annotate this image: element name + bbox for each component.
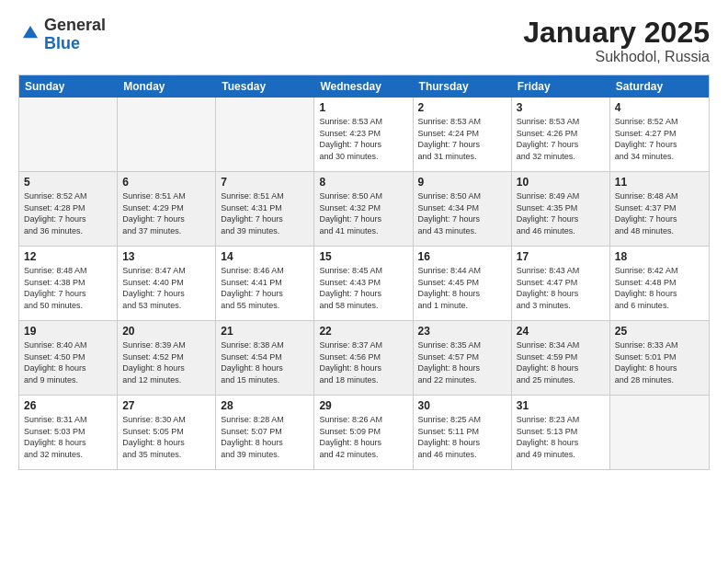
cal-cell	[19, 98, 118, 171]
logo-general: General	[44, 16, 106, 34]
day-number: 3	[517, 101, 605, 114]
day-number: 25	[615, 325, 704, 338]
cell-info: Sunrise: 8:47 AM Sunset: 4:40 PM Dayligh…	[122, 265, 210, 311]
week-row-3: 12Sunrise: 8:48 AM Sunset: 4:38 PM Dayli…	[19, 247, 709, 321]
cell-info: Sunrise: 8:46 AM Sunset: 4:41 PM Dayligh…	[221, 265, 309, 311]
cal-cell: 1Sunrise: 8:53 AM Sunset: 4:23 PM Daylig…	[314, 98, 413, 171]
day-number: 2	[418, 101, 506, 114]
month-title: January 2025	[523, 17, 710, 49]
day-number: 21	[221, 325, 309, 338]
cell-info: Sunrise: 8:51 AM Sunset: 4:29 PM Dayligh…	[122, 190, 210, 236]
cell-info: Sunrise: 8:44 AM Sunset: 4:45 PM Dayligh…	[418, 265, 506, 311]
day-number: 28	[221, 399, 309, 412]
cell-info: Sunrise: 8:45 AM Sunset: 4:43 PM Dayligh…	[319, 265, 407, 311]
location-title: Sukhodol, Russia	[523, 49, 710, 65]
cal-cell: 4Sunrise: 8:52 AM Sunset: 4:27 PM Daylig…	[610, 98, 709, 171]
cell-info: Sunrise: 8:23 AM Sunset: 5:13 PM Dayligh…	[517, 414, 605, 460]
day-number: 20	[122, 325, 210, 338]
cal-cell: 31Sunrise: 8:23 AM Sunset: 5:13 PM Dayli…	[512, 396, 610, 469]
day-number: 8	[319, 176, 407, 189]
cal-cell: 6Sunrise: 8:51 AM Sunset: 4:29 PM Daylig…	[118, 172, 216, 246]
cal-cell: 12Sunrise: 8:48 AM Sunset: 4:38 PM Dayli…	[19, 247, 118, 320]
cal-cell: 2Sunrise: 8:53 AM Sunset: 4:24 PM Daylig…	[414, 98, 512, 171]
cal-cell: 29Sunrise: 8:26 AM Sunset: 5:09 PM Dayli…	[314, 396, 413, 469]
cell-info: Sunrise: 8:38 AM Sunset: 4:54 PM Dayligh…	[221, 339, 309, 385]
day-number: 23	[418, 325, 506, 338]
day-number: 14	[221, 250, 309, 263]
cell-info: Sunrise: 8:39 AM Sunset: 4:52 PM Dayligh…	[122, 339, 210, 385]
cell-info: Sunrise: 8:37 AM Sunset: 4:56 PM Dayligh…	[319, 339, 407, 385]
cal-cell: 24Sunrise: 8:34 AM Sunset: 4:59 PM Dayli…	[512, 321, 610, 395]
day-number: 12	[24, 250, 112, 263]
cal-cell: 13Sunrise: 8:47 AM Sunset: 4:40 PM Dayli…	[118, 247, 216, 320]
cell-info: Sunrise: 8:53 AM Sunset: 4:26 PM Dayligh…	[517, 116, 605, 162]
day-number: 24	[517, 325, 605, 338]
header-day-sunday: Sunday	[19, 75, 118, 98]
header-day-tuesday: Tuesday	[216, 75, 314, 98]
cal-cell: 26Sunrise: 8:31 AM Sunset: 5:03 PM Dayli…	[19, 396, 118, 469]
cal-cell: 11Sunrise: 8:48 AM Sunset: 4:37 PM Dayli…	[610, 172, 709, 246]
cal-cell: 27Sunrise: 8:30 AM Sunset: 5:05 PM Dayli…	[118, 396, 216, 469]
cal-cell: 20Sunrise: 8:39 AM Sunset: 4:52 PM Dayli…	[118, 321, 216, 395]
calendar-body: 1Sunrise: 8:53 AM Sunset: 4:23 PM Daylig…	[19, 98, 709, 469]
cal-cell: 28Sunrise: 8:28 AM Sunset: 5:07 PM Dayli…	[216, 396, 314, 469]
logo-icon	[20, 23, 40, 43]
day-number: 19	[24, 325, 112, 338]
cal-cell: 7Sunrise: 8:51 AM Sunset: 4:31 PM Daylig…	[216, 172, 314, 246]
day-number: 15	[319, 250, 407, 263]
cell-info: Sunrise: 8:49 AM Sunset: 4:35 PM Dayligh…	[517, 190, 605, 236]
day-number: 26	[24, 399, 112, 412]
day-number: 9	[418, 176, 506, 189]
header-day-friday: Friday	[512, 75, 610, 98]
cell-info: Sunrise: 8:48 AM Sunset: 4:37 PM Dayligh…	[615, 190, 704, 236]
cal-cell: 23Sunrise: 8:35 AM Sunset: 4:57 PM Dayli…	[414, 321, 512, 395]
cal-cell: 3Sunrise: 8:53 AM Sunset: 4:26 PM Daylig…	[512, 98, 610, 171]
cell-info: Sunrise: 8:51 AM Sunset: 4:31 PM Dayligh…	[221, 190, 309, 236]
cal-cell: 22Sunrise: 8:37 AM Sunset: 4:56 PM Dayli…	[314, 321, 413, 395]
cal-cell	[118, 98, 216, 171]
cal-cell	[216, 98, 314, 171]
cell-info: Sunrise: 8:42 AM Sunset: 4:48 PM Dayligh…	[615, 265, 704, 311]
title-area: January 2025 Sukhodol, Russia	[523, 17, 710, 65]
calendar: SundayMondayTuesdayWednesdayThursdayFrid…	[18, 75, 710, 470]
cal-cell: 30Sunrise: 8:25 AM Sunset: 5:11 PM Dayli…	[414, 396, 512, 469]
header-day-saturday: Saturday	[610, 75, 709, 98]
day-number: 4	[615, 101, 704, 114]
cell-info: Sunrise: 8:31 AM Sunset: 5:03 PM Dayligh…	[24, 414, 112, 460]
week-row-1: 1Sunrise: 8:53 AM Sunset: 4:23 PM Daylig…	[19, 98, 709, 172]
day-number: 11	[615, 176, 704, 189]
day-number: 22	[319, 325, 407, 338]
day-number: 18	[615, 250, 704, 263]
day-number: 31	[517, 399, 605, 412]
cell-info: Sunrise: 8:34 AM Sunset: 4:59 PM Dayligh…	[517, 339, 605, 385]
cell-info: Sunrise: 8:50 AM Sunset: 4:34 PM Dayligh…	[418, 190, 506, 236]
week-row-2: 5Sunrise: 8:52 AM Sunset: 4:28 PM Daylig…	[19, 172, 709, 247]
cal-cell: 16Sunrise: 8:44 AM Sunset: 4:45 PM Dayli…	[414, 247, 512, 320]
header: General Blue January 2025 Sukhodol, Russ…	[18, 17, 710, 65]
week-row-5: 26Sunrise: 8:31 AM Sunset: 5:03 PM Dayli…	[19, 396, 709, 469]
svg-marker-0	[23, 26, 38, 38]
calendar-header: SundayMondayTuesdayWednesdayThursdayFrid…	[19, 75, 709, 98]
header-day-thursday: Thursday	[414, 75, 512, 98]
cell-info: Sunrise: 8:28 AM Sunset: 5:07 PM Dayligh…	[221, 414, 309, 460]
logo: General Blue	[18, 17, 106, 53]
day-number: 5	[24, 176, 112, 189]
cell-info: Sunrise: 8:30 AM Sunset: 5:05 PM Dayligh…	[122, 414, 210, 460]
cell-info: Sunrise: 8:40 AM Sunset: 4:50 PM Dayligh…	[24, 339, 112, 385]
logo-blue: Blue	[44, 34, 80, 52]
cal-cell: 14Sunrise: 8:46 AM Sunset: 4:41 PM Dayli…	[216, 247, 314, 320]
day-number: 6	[122, 176, 210, 189]
cal-cell: 19Sunrise: 8:40 AM Sunset: 4:50 PM Dayli…	[19, 321, 118, 395]
cell-info: Sunrise: 8:26 AM Sunset: 5:09 PM Dayligh…	[319, 414, 407, 460]
day-number: 10	[517, 176, 605, 189]
cal-cell	[610, 396, 709, 469]
cal-cell: 10Sunrise: 8:49 AM Sunset: 4:35 PM Dayli…	[512, 172, 610, 246]
cell-info: Sunrise: 8:35 AM Sunset: 4:57 PM Dayligh…	[418, 339, 506, 385]
day-number: 30	[418, 399, 506, 412]
logo-text: General Blue	[44, 17, 106, 53]
cell-info: Sunrise: 8:53 AM Sunset: 4:24 PM Dayligh…	[418, 116, 506, 162]
cell-info: Sunrise: 8:25 AM Sunset: 5:11 PM Dayligh…	[418, 414, 506, 460]
day-number: 27	[122, 399, 210, 412]
cell-info: Sunrise: 8:43 AM Sunset: 4:47 PM Dayligh…	[517, 265, 605, 311]
day-number: 7	[221, 176, 309, 189]
